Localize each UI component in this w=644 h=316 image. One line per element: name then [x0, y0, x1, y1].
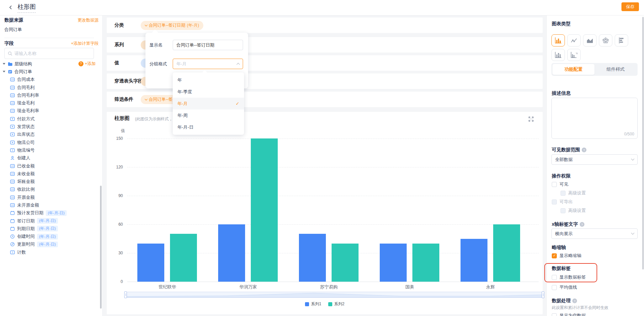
permission-checkbox-row[interactable]: 可导出 [552, 199, 573, 205]
data-processing-note: 此设置和累计计算不会同时生效 [552, 305, 608, 311]
checkbox-unchecked[interactable] [552, 182, 557, 187]
left-scrollbar[interactable] [100, 186, 102, 309]
chart-type-percent-stacked-bar-button[interactable]: % [567, 49, 581, 61]
field-item[interactable]: 预计发货日期(年-月-日) [0, 209, 100, 217]
add-hierarchy-link[interactable]: +添加 [85, 61, 96, 67]
field-item[interactable]: 123已收金额 [0, 162, 100, 170]
legend-item-系列1[interactable]: 系列1 [305, 301, 321, 307]
display-name-input[interactable] [173, 40, 243, 50]
chart-type-bar-button[interactable] [551, 34, 565, 46]
field-item[interactable]: T计数 [0, 248, 100, 256]
field-search[interactable] [4, 48, 94, 59]
field-item[interactable]: 付款方式 [0, 115, 100, 123]
field-item[interactable]: 123现金毛利 [0, 99, 100, 107]
legend-item-系列2[interactable]: 系列2 [328, 301, 345, 307]
field-item[interactable]: 发货状态 [0, 123, 100, 130]
add-calc-field-link[interactable]: +添加计算字段 [71, 41, 99, 46]
checkbox-checked[interactable] [552, 253, 557, 258]
field-label: 物流公司 [17, 139, 35, 146]
x-axis-select[interactable]: 横向展示 [551, 228, 638, 239]
field-item[interactable]: 123坏账金额 [0, 178, 100, 185]
check-icon: ✓ [236, 101, 239, 106]
description-box: 0/500 [551, 98, 638, 139]
help-icon[interactable]: ? [582, 148, 586, 152]
field-label: 收款比例 [17, 186, 35, 192]
group-format-select[interactable]: 年-月 [173, 59, 243, 69]
field-item[interactable]: 123合同成本 [0, 76, 100, 84]
right-scrollbar[interactable] [642, 17, 644, 270]
checkbox-unchecked[interactable] [552, 285, 557, 290]
dropdown-option[interactable]: 年-周 [173, 109, 244, 121]
checkbox-unchecked[interactable] [552, 275, 557, 280]
dropdown-option[interactable]: 年-月✓ [173, 98, 244, 109]
x-axis-value: 横向展示 [555, 231, 632, 237]
gridline [127, 167, 539, 167]
gridline [127, 196, 539, 196]
page-title[interactable]: 柱形图 [18, 3, 36, 13]
svg-text:T: T [12, 149, 13, 152]
chart-type-radar-button[interactable] [599, 34, 612, 46]
chart-type-hbar-button[interactable] [615, 34, 628, 46]
field-item[interactable]: 123合同毛利率 [0, 91, 100, 99]
dropdown-option[interactable]: 年-季度 [173, 86, 244, 98]
field-label: 合同成本 [17, 76, 35, 83]
field-item[interactable]: 123开票金额 [0, 193, 100, 201]
field-item[interactable]: T物流编号 [0, 146, 100, 154]
help-icon[interactable]: ? [78, 61, 83, 66]
field-item[interactable]: 物流公司 [0, 138, 100, 146]
data-zoom-slider[interactable] [125, 292, 543, 298]
dropdown-option[interactable]: 年 [173, 74, 244, 86]
chevron-down-icon [631, 231, 635, 235]
field-item[interactable]: 123现金毛利率 [0, 107, 100, 115]
tree-node-table[interactable]: 合同订单 [0, 68, 100, 75]
dropdown-option[interactable]: 年-月-日 [173, 121, 244, 133]
permission-checkbox-row[interactable]: 高级设置 [561, 208, 586, 214]
chart-type-heading: 图表类型 [552, 21, 571, 27]
change-data-source-link[interactable]: 更改数据源 [78, 18, 99, 23]
show-thumb-axis-checkbox-row[interactable]: 显示略缩轴 [552, 253, 581, 259]
chart-type-line-button[interactable] [567, 34, 581, 46]
bar-系列2-国美 [412, 244, 439, 282]
date-format-tag: (年-月-日) [46, 210, 67, 216]
category-field-tag[interactable]: 合同订单--签订日期 (年-月) [141, 21, 203, 30]
help-icon[interactable]: ? [580, 222, 584, 227]
visible-range-select[interactable]: 全部数据 [551, 154, 638, 165]
zoom-handle-left[interactable] [124, 291, 127, 298]
tree-node-hierarchy[interactable]: 层级结构 ? +添加 [0, 60, 100, 68]
tab-component-style[interactable]: 组件样式 [595, 64, 637, 75]
show-data-label-checkbox-row[interactable]: 显示数据标签 [552, 274, 586, 280]
field-item[interactable]: 到期日期(年-月-日) [0, 225, 100, 232]
field-item[interactable]: 123合同毛利 [0, 84, 100, 91]
visible-range-label: 可见数据范围 [552, 147, 580, 153]
search-input[interactable] [14, 51, 91, 56]
tab-function-config[interactable]: 功能配置 [552, 64, 595, 75]
checkbox-unchecked[interactable] [552, 313, 557, 316]
chart-type-area-button[interactable] [583, 34, 597, 46]
field-item[interactable]: 签订日期(年-月-日) [0, 217, 100, 225]
field-item[interactable]: 123未开票金额 [0, 201, 100, 209]
help-icon[interactable]: ? [572, 298, 577, 303]
field-item[interactable]: 创建人 [0, 154, 100, 162]
field-item[interactable]: 更新时间(年-月-日) [0, 241, 100, 248]
chart-type-stacked-bar-button[interactable] [551, 49, 565, 61]
permission-checkbox-row[interactable]: 可见 [552, 181, 568, 187]
save-button[interactable]: 保存 [621, 2, 639, 11]
y-tick-label: 150 [111, 136, 123, 141]
field-item[interactable]: 出库状态 [0, 131, 100, 138]
average-line-checkbox-row[interactable]: 平均值线 [552, 284, 577, 290]
show-empty-data-checkbox-row[interactable]: 显示为空数据 [552, 313, 586, 316]
svg-text:123: 123 [11, 102, 14, 104]
caret-down-icon[interactable] [3, 71, 5, 72]
field-item[interactable]: 创建时间(年-月-日) [0, 233, 100, 241]
number-field-icon: 123 [10, 108, 15, 113]
field-item[interactable]: 123未收金额 [0, 170, 100, 178]
select-field-icon [10, 132, 15, 137]
clock-field-icon [10, 234, 15, 239]
tree-node-label: 合同订单 [14, 69, 32, 75]
back-icon[interactable] [8, 5, 13, 10]
zoom-handle-right[interactable] [542, 291, 544, 298]
field-item[interactable]: 123收款比例 [0, 186, 100, 193]
permission-checkbox-row[interactable]: 高级设置 [561, 190, 586, 196]
caret-down-icon[interactable] [3, 63, 5, 65]
description-textarea[interactable] [552, 98, 637, 130]
